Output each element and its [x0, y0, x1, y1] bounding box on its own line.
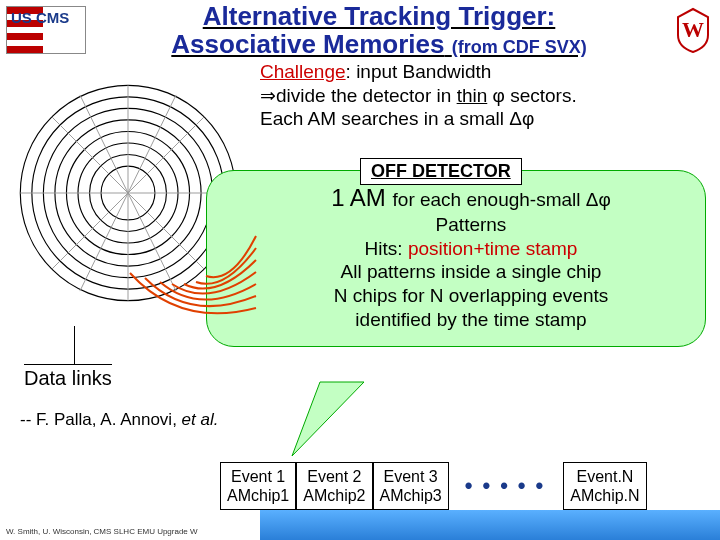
uscms-logo: US CMS	[6, 6, 86, 54]
slide-body: Challenge: input Bandwidth ⇒divide the d…	[0, 58, 720, 68]
ellipsis-icon: •••••	[449, 473, 564, 499]
event-cell: Event 2 AMchip2	[296, 462, 372, 510]
data-links-connector	[74, 326, 75, 364]
data-links-label: Data links	[24, 364, 112, 390]
footer-bar	[260, 510, 720, 540]
challenge-text: Challenge: input Bandwidth ⇒divide the d…	[260, 60, 700, 131]
events-row: Event 1 AMchip1 Event 2 AMchip2 Event 3 …	[220, 462, 647, 510]
arrow-icon: ⇒	[260, 85, 276, 106]
footer-text: W. Smith, U. Wisconsin, CMS SLHC EMU Upg…	[6, 527, 198, 536]
title-line2: Associative Memories (from CDF SVX)	[94, 31, 664, 58]
title-line2-small: (from CDF SVX)	[452, 37, 587, 57]
challenge-word: Challenge	[260, 61, 346, 82]
am-description-box: 1 AM for each enough-small Δφ Patterns H…	[206, 170, 706, 347]
wisconsin-logo: W	[672, 7, 714, 53]
uscms-logo-text: US CMS	[11, 9, 69, 26]
off-detector-label: OFF DETECTOR	[360, 158, 522, 185]
svg-text:W: W	[682, 17, 704, 42]
slide-header: US CMS Alternative Tracking Trigger: Ass…	[0, 0, 720, 58]
credit-line: -- F. Palla, A. Annovi, et al.	[20, 410, 218, 430]
event-cell-n: Event.N AMchip.N	[563, 462, 646, 510]
title-block: Alternative Tracking Trigger: Associativ…	[94, 2, 664, 58]
title-line1: Alternative Tracking Trigger:	[94, 2, 664, 31]
event-cell: Event 3 AMchip3	[373, 462, 449, 510]
title-line2-main: Associative Memories	[171, 29, 444, 59]
event-cell: Event 1 AMchip1	[220, 462, 296, 510]
